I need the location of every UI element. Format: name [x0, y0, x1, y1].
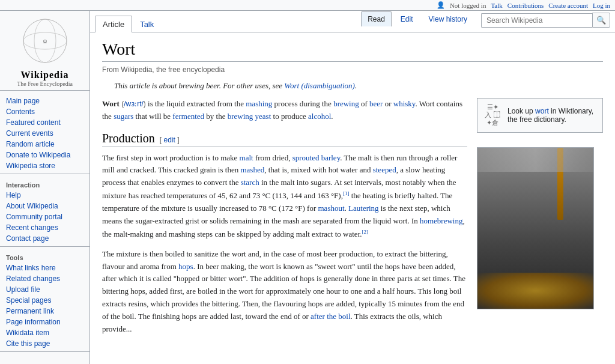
sidebar-help[interactable]: Help — [0, 190, 89, 201]
sidebar-tool-upload-file[interactable]: Upload file — [0, 284, 89, 295]
sidebar-nav-current-events[interactable]: Current events — [0, 128, 89, 139]
starch-link[interactable]: starch — [241, 178, 259, 187]
article-title: Wort — [102, 40, 603, 62]
production-paragraph-1: The first step in wort production is to … — [102, 152, 467, 241]
production-section-header: Production [ edit ] — [102, 132, 467, 147]
article-from: From Wikipedia, the free encyclopedia — [102, 65, 603, 74]
wiktionary-text: Look up wort in Wiktionary, the free dic… — [507, 107, 596, 124]
contributions-link[interactable]: Contributions — [507, 2, 544, 9]
svg-text:Ω: Ω — [43, 39, 47, 44]
whisky-link[interactable]: whisky — [393, 99, 416, 108]
view-tabs: Read Edit View history — [361, 11, 474, 29]
tab-read[interactable]: Read — [361, 11, 392, 26]
sidebar-nav-random-article[interactable]: Random article — [0, 139, 89, 150]
create-account-link[interactable]: Create account — [548, 2, 588, 9]
production-paragraph-2: The mixture is then boiled to sanitize t… — [102, 248, 467, 336]
sugars-link[interactable]: sugars — [114, 112, 133, 121]
sidebar-tool-page-information[interactable]: Page information — [0, 317, 89, 327]
article-main: Wort (/wɜːrt/) is the liquid extracted f… — [102, 98, 467, 342]
tab-view-history[interactable]: View history — [422, 11, 474, 26]
wiktionary-box: ☰✦入 ⿰✦倉 Look up wort in Wiktionary, the … — [477, 98, 603, 133]
hatnote: This article is about brewing beer. For … — [102, 81, 603, 91]
mashed-link[interactable]: mashed — [240, 165, 264, 174]
log-in-link[interactable]: Log in — [593, 2, 610, 9]
article-body: Wort (/wɜːrt/) is the liquid extracted f… — [102, 98, 603, 342]
sidebar-recent-changes[interactable]: Recent changes — [0, 222, 89, 233]
lautering-link[interactable]: Lautering — [348, 204, 379, 213]
sidebar-nav-wikipedia-store[interactable]: Wikipedia store — [0, 160, 89, 171]
sidebar-interaction-section: Interaction HelpAbout WikipediaCommunity… — [0, 174, 89, 247]
content-area: Article Talk Read Edit View history 🔍 Wo… — [90, 11, 615, 364]
mashout-link[interactable]: mashout — [318, 204, 345, 213]
article-content: Wort From Wikipedia, the free encycloped… — [90, 32, 615, 351]
not-logged-icon: 👤 — [437, 1, 445, 9]
edit-link[interactable]: edit — [163, 136, 175, 144]
pour-foam — [477, 273, 593, 309]
sidebar-community-portal[interactable]: Community portal — [0, 211, 89, 222]
hatnote-link[interactable]: Wort (disambiguation) — [284, 81, 355, 90]
brewing-yeast-link[interactable]: brewing yeast — [228, 112, 271, 121]
sidebar-nav-donate-to-wikipedia[interactable]: Donate to Wikipedia — [0, 150, 89, 160]
sprouted-barley-link[interactable]: sprouted barley — [292, 153, 341, 162]
interaction-title: Interaction — [0, 179, 89, 190]
hops-link[interactable]: hops — [178, 262, 193, 271]
sidebar-navigation-section: Main pageContentsFeatured contentCurrent… — [0, 91, 89, 174]
after-boil-link[interactable]: after the boil — [311, 312, 350, 321]
article-tabs: Article Talk — [95, 16, 162, 32]
steeped-link[interactable]: steeped — [373, 165, 396, 174]
talk-link[interactable]: Talk — [491, 2, 502, 9]
homebrewing-link[interactable]: homebrewing — [420, 216, 462, 225]
top-bar: 👤 Not logged in Talk Contributions Creat… — [0, 0, 615, 11]
tools-title: Tools — [0, 252, 89, 262]
tab-article[interactable]: Article — [95, 16, 132, 32]
beer-link[interactable]: beer — [369, 99, 383, 108]
intro-paragraph: Wort (/wɜːrt/) is the liquid extracted f… — [102, 98, 467, 123]
wikipedia-globe-icon: Ω — [21, 17, 69, 65]
sidebar-nav-featured-content[interactable]: Featured content — [0, 117, 89, 128]
search-button[interactable]: 🔍 — [592, 13, 610, 28]
not-logged-text: Not logged in — [450, 2, 486, 9]
pronunciation-link[interactable]: /wɜːrt/ — [124, 100, 144, 108]
site-name: Wikipedia — [3, 70, 86, 80]
sidebar-tool-related-changes[interactable]: Related changes — [0, 273, 89, 284]
sidebar-tool-what-links-here[interactable]: What links here — [0, 262, 89, 273]
site-tagline: The Free Encyclopedia — [3, 80, 86, 87]
sidebar-tool-cite-this-page[interactable]: Cite this page — [0, 338, 89, 349]
malt-link[interactable]: malt — [240, 153, 253, 162]
sidebar-tool-special-pages[interactable]: Special pages — [0, 295, 89, 306]
sidebar-tool-permanent-link[interactable]: Permanent link — [0, 306, 89, 317]
alcohol-link[interactable]: alcohol — [308, 112, 331, 121]
sidebar: Ω Wikipedia The Free Encyclopedia Main p… — [0, 11, 90, 364]
sidebar-navigation: Main pageContentsFeatured contentCurrent… — [0, 96, 89, 171]
brewing-link[interactable]: brewing — [333, 99, 359, 108]
ref-2[interactable]: [2] — [362, 229, 369, 235]
sidebar-tools-section: Tools What links hereRelated changesUplo… — [0, 247, 89, 352]
search-box: 🔍 — [481, 13, 610, 28]
sidebar-tool-wikidata-item[interactable]: Wikidata item — [0, 327, 89, 338]
sidebar-interaction-nav: HelpAbout WikipediaCommunity portalRecen… — [0, 190, 89, 244]
tab-edit[interactable]: Edit — [394, 11, 420, 26]
page-header: Article Talk Read Edit View history 🔍 — [90, 11, 615, 32]
section-production-title: Production — [102, 132, 155, 145]
sidebar-nav-contents[interactable]: Contents — [0, 106, 89, 117]
sidebar-nav-main-page[interactable]: Main page — [0, 96, 89, 106]
wiktionary-icon: ☰✦入 ⿰✦倉 — [483, 103, 501, 127]
wort-image — [477, 147, 594, 309]
search-input[interactable] — [481, 13, 592, 28]
sidebar-about-wikipedia[interactable]: About Wikipedia — [0, 201, 89, 211]
article-image-box — [477, 147, 594, 309]
sidebar-contact-page[interactable]: Contact page — [0, 233, 89, 244]
ref-1[interactable]: [1] — [343, 190, 350, 196]
sidebar-tools-nav: What links hereRelated changesUpload fil… — [0, 262, 89, 349]
section-edit: [ edit ] — [160, 136, 180, 144]
wikt-wort-link[interactable]: wort — [535, 107, 549, 115]
mashing-link[interactable]: mashing — [246, 99, 272, 108]
fermented-link[interactable]: fermented — [172, 112, 204, 121]
tab-talk[interactable]: Talk — [132, 16, 162, 32]
site-logo: Ω Wikipedia The Free Encyclopedia — [0, 11, 89, 91]
